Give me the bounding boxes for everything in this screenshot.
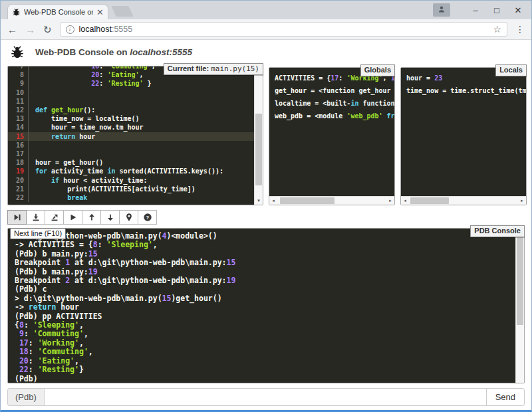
globals-hscroll-thumb[interactable] (280, 197, 334, 204)
console-line: (Pdb) c (15, 285, 515, 294)
code-vscroll-thumb[interactable] (255, 114, 262, 185)
new-tab-button[interactable] (111, 6, 133, 17)
code-text: time_now = localtime() (28, 114, 254, 123)
code-line: 19for activity_time in sorted(ACTIVITIES… (8, 167, 254, 175)
line-number[interactable]: 9 (8, 79, 28, 88)
step-into-icon (31, 213, 41, 222)
locals-label: Locals (495, 64, 527, 76)
tab-title: Web-PDB Console on lo (24, 8, 93, 16)
help-button[interactable]: ? (138, 210, 157, 225)
line-number[interactable]: 12 (8, 106, 28, 114)
code-line: 15 return hour (8, 132, 254, 141)
scroll-left-icon[interactable]: ◂ (401, 197, 409, 205)
code-text: print(ACTIVITIES[activity_time]) (28, 185, 254, 193)
bookmark-star-icon[interactable]: ☆ (493, 24, 501, 35)
person-icon (438, 4, 446, 16)
code-text (28, 150, 254, 158)
line-number[interactable]: 8 (8, 70, 28, 79)
code-line: 12def get_hour(): (8, 106, 254, 114)
step-into-button[interactable] (26, 210, 45, 225)
command-input[interactable] (44, 388, 487, 406)
browser-navbar: ← → ↻ i localhost:5555 ☆ ⋮ (1, 19, 531, 40)
code-text: 22: 'Resting' } (28, 79, 254, 88)
continue-button[interactable] (63, 210, 82, 225)
console-line: -> return hour (15, 303, 515, 312)
line-number[interactable]: 19 (8, 167, 28, 175)
line-number[interactable]: 22 (8, 193, 28, 202)
console-line: (Pdb) (15, 375, 515, 383)
code-line: 14 hour = time_now.tm_hour (8, 123, 254, 132)
console-line: 20: 'Eating', (15, 357, 515, 365)
console-line: (Pdb) b main.py:19 (15, 268, 515, 276)
console-vscroll-thumb[interactable] (517, 235, 523, 325)
browser-window: Web-PDB Console on lo ✕ – □ ✕ ← → ↻ i lo… (0, 0, 532, 412)
down-icon (106, 213, 115, 222)
profile-button[interactable] (433, 3, 450, 17)
svg-text:?: ? (146, 215, 149, 221)
console-line: {8: 'Sleeping', (15, 321, 515, 330)
forward-icon[interactable]: → (25, 25, 35, 35)
locals-hscrollbar[interactable]: ◂ ▸ (401, 196, 526, 205)
scroll-right-icon[interactable]: ▸ (518, 197, 526, 205)
scroll-down-icon[interactable]: ▾ (255, 198, 263, 203)
bug-icon (10, 45, 25, 60)
browser-tab[interactable]: Web-PDB Console on lo ✕ (7, 4, 108, 19)
menu-kebab-icon[interactable]: ⋮ (515, 24, 525, 35)
back-icon[interactable]: ← (7, 25, 17, 35)
locals-lines: hour = 23time_now = time.struct_time(tm_… (401, 68, 526, 196)
line-number[interactable]: 20 (8, 176, 28, 185)
console-line: 18: 'Commuting', (15, 348, 515, 356)
line-number[interactable]: 15 (8, 132, 28, 141)
breakpoint-button[interactable] (119, 210, 138, 225)
console-line: > d:\git\python-web-pdb\main.py(15)get_h… (15, 294, 515, 303)
console-line: Breakpoint 2 at d:\git\python-web-pdb\ma… (15, 276, 515, 285)
line-number[interactable]: 10 (8, 88, 28, 97)
maximize-button[interactable]: □ (486, 1, 507, 19)
scroll-right-icon[interactable]: ▸ (386, 197, 394, 205)
globals-line: web_pdb = <module 'web_pdb' from 'D (275, 110, 394, 122)
code-text: break (28, 193, 254, 202)
up-button[interactable] (82, 210, 101, 225)
tab-close-icon[interactable]: ✕ (96, 8, 104, 17)
step-out-button[interactable] (45, 210, 64, 225)
globals-panel: Globals ACTIVITIES = {17: 'Working', 18:… (269, 67, 395, 205)
info-icon[interactable]: i (66, 25, 74, 34)
code-line: 21 print(ACTIVITIES[activity_time]) (8, 185, 254, 193)
up-icon (87, 213, 96, 222)
page-title: Web-PDB Console on localhost:5555 (35, 47, 192, 57)
send-button[interactable]: Send (487, 388, 525, 406)
reload-icon[interactable]: ↻ (43, 25, 52, 35)
minimize-button[interactable]: – (465, 1, 486, 19)
console-line: > d:\git\python-web-pdb\main.py(4)<modul… (15, 232, 515, 241)
code-text: if hour < activity_time: (28, 176, 254, 185)
console-line: (Pdb) pp ACTIVITIES (15, 312, 515, 321)
code-line: 16 (8, 141, 254, 150)
url-text: localhost:5555 (79, 25, 133, 34)
close-button[interactable]: ✕ (507, 1, 529, 19)
pdb-console-panel: PDB Console > d:\git\python-web-pdb\main… (7, 228, 525, 383)
prompt-row: (Pdb) Send (7, 388, 525, 406)
line-number[interactable]: 14 (8, 123, 28, 132)
console-line: 9: 'Commuting', (15, 330, 515, 338)
step-out-icon (50, 213, 59, 222)
code-lines: 7 18: 'Commuting',8 20: 'Eating',9 22: '… (8, 66, 254, 205)
scroll-left-icon[interactable]: ◂ (269, 197, 277, 205)
console-vscrollbar[interactable]: ▴ (515, 229, 524, 383)
continue-icon (68, 213, 78, 222)
line-number[interactable]: 21 (8, 185, 28, 193)
code-vscrollbar[interactable]: ▾ (254, 66, 263, 205)
line-number[interactable]: 13 (8, 114, 28, 123)
line-number[interactable]: 16 (8, 141, 28, 150)
down-button[interactable] (100, 210, 120, 225)
code-line: 20 if hour < activity_time: (8, 176, 254, 185)
code-line: 17 (8, 150, 254, 158)
locals-hscroll-thumb[interactable] (410, 197, 449, 204)
url-bar[interactable]: i localhost:5555 ☆ (60, 22, 507, 37)
console-lines: > d:\git\python-web-pdb\main.py(4)<modul… (8, 229, 515, 383)
next-line-button[interactable] (7, 210, 27, 225)
line-number[interactable]: 18 (8, 158, 28, 167)
line-number[interactable]: 17 (8, 150, 28, 158)
globals-hscrollbar[interactable]: ◂ ▸ (269, 196, 394, 205)
browser-titlebar: Web-PDB Console on lo ✕ – □ ✕ (1, 1, 531, 19)
line-number[interactable]: 11 (8, 97, 28, 106)
